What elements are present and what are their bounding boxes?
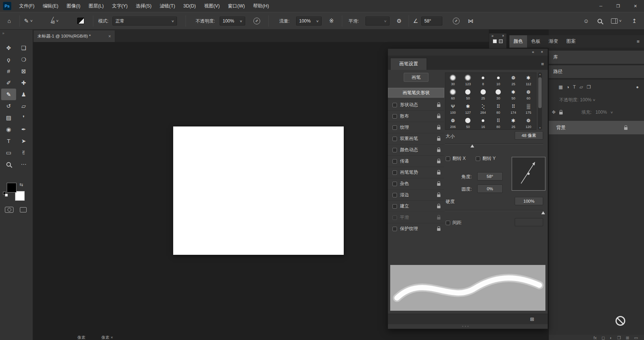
option-transfer-checkbox[interactable]	[392, 159, 397, 164]
roundness-field[interactable]: 0%	[477, 185, 503, 193]
option-noise[interactable]: 杂色	[388, 178, 444, 189]
option-protect-texture[interactable]: 保护纹理	[388, 223, 444, 234]
type-tool[interactable]: T	[1, 135, 16, 147]
brush-preset[interactable]: 30	[491, 87, 506, 101]
blend-mode-select[interactable]: 正常 ∨	[112, 17, 177, 26]
option-dual-brush[interactable]: 双重画笔	[388, 133, 444, 144]
filter-pixel-icon[interactable]: ▦	[559, 84, 563, 90]
scroll-down-icon[interactable]: ▼	[538, 127, 542, 129]
layer-fill-value[interactable]: 100%	[595, 110, 607, 115]
tab-color[interactable]: 颜色	[509, 35, 527, 48]
gradient-tool[interactable]: ▨	[1, 112, 16, 123]
option-build-up-checkbox[interactable]	[392, 204, 397, 209]
option-brush-pose-checkbox[interactable]	[392, 170, 397, 175]
layer-group-icon[interactable]: ❐	[617, 335, 621, 340]
screen-mode-button[interactable]	[20, 207, 27, 212]
layer-mask-icon[interactable]: ◻	[602, 335, 605, 340]
size-slider[interactable]	[445, 143, 543, 144]
spacing-field[interactable]	[515, 218, 543, 226]
move-tool[interactable]: ✥	[1, 42, 16, 54]
brush-preset[interactable]: 50	[460, 87, 475, 101]
flip-y-checkbox[interactable]	[476, 156, 480, 161]
minimize-button[interactable]: ─	[592, 0, 610, 12]
option-color-dynamics-lock-icon[interactable]	[437, 149, 440, 152]
option-dual-brush-lock-icon[interactable]	[437, 138, 440, 141]
filter-type-icon[interactable]: T	[573, 84, 576, 90]
history-brush-tool[interactable]: ↺	[1, 100, 16, 112]
option-transfer[interactable]: 传递	[388, 155, 444, 167]
brush-preset[interactable]: 16	[476, 116, 491, 130]
filter-adjustment-icon[interactable]: ◑	[566, 84, 569, 90]
close-icon[interactable]: ×	[108, 34, 111, 39]
new-brush-icon[interactable]: ⊞	[530, 316, 534, 322]
brush-settings-tab[interactable]: 画笔设置	[390, 58, 427, 70]
opacity-field[interactable]: 100% ∨	[220, 17, 245, 26]
brush-angle-preview[interactable]	[512, 157, 545, 191]
workspace-button[interactable]: ∨	[611, 12, 622, 29]
tool-preset-button[interactable]: ✎ ∨	[24, 12, 32, 29]
brush-preset[interactable]: 10	[491, 73, 506, 87]
option-smoothing-lock-icon[interactable]	[437, 217, 440, 220]
close-button[interactable]: ✕	[627, 0, 644, 12]
shape-tool[interactable]: ▭	[1, 147, 16, 158]
brush-preset[interactable]: ⠿80	[491, 101, 506, 116]
brush-preset[interactable]: ❁206	[445, 116, 460, 130]
account-button[interactable]: ☺	[583, 12, 589, 29]
option-texture-checkbox[interactable]	[392, 125, 397, 130]
brush-preset[interactable]: 30	[445, 73, 460, 87]
option-scattering-checkbox[interactable]	[392, 114, 397, 119]
menu-3d[interactable]: 3D(D)	[179, 0, 200, 12]
home-button[interactable]: ⌂	[7, 12, 11, 29]
option-shape-dynamics[interactable]: 形状动态	[388, 99, 444, 110]
panel-thumbnail-icon[interactable]	[493, 39, 497, 43]
paths-panel-header[interactable]: 路径	[549, 65, 644, 78]
delete-layer-icon[interactable]: ▭	[634, 335, 638, 340]
close-icon[interactable]: ×	[502, 34, 504, 38]
maximize-button[interactable]: ❐	[610, 0, 627, 12]
edit-toolbar-button[interactable]: ⋯	[16, 158, 31, 170]
hardness-slider-thumb[interactable]	[541, 211, 545, 214]
menu-edit[interactable]: 编辑(E)	[39, 0, 63, 12]
option-shape-dynamics-checkbox[interactable]	[392, 103, 397, 107]
panel-menu-icon[interactable]: ≡	[632, 39, 644, 44]
brush-size-picker[interactable]: ╱ 48 ∨	[51, 12, 58, 29]
brush-preset[interactable]: 50	[460, 116, 475, 130]
option-color-dynamics-checkbox[interactable]	[392, 148, 397, 152]
menu-select[interactable]: 选择(S)	[132, 0, 156, 12]
brush-preset[interactable]: ▒175	[521, 101, 536, 116]
zoom-tool[interactable]	[1, 158, 16, 170]
paint-symmetry-button[interactable]: ⋈	[468, 12, 473, 29]
menu-image[interactable]: 图像(I)	[63, 0, 85, 12]
frame-tool[interactable]: ⊠	[16, 65, 31, 77]
pen-tool[interactable]: ✒	[16, 123, 31, 135]
collapse-panel-icon[interactable]: «	[532, 50, 534, 54]
eyedropper-tool[interactable]: ✐	[1, 77, 16, 89]
option-scattering[interactable]: 散布	[388, 110, 444, 122]
document-tab[interactable]: 未标题-1 @ 100%(RGB/8) * ×	[34, 30, 115, 42]
scroll-up-icon[interactable]: ▲	[538, 73, 542, 75]
lasso-tool[interactable]: ϙ	[1, 54, 16, 65]
menu-window[interactable]: 窗口(W)	[224, 0, 249, 12]
menu-filter[interactable]: 滤镜(T)	[156, 0, 179, 12]
filter-toggle-icon[interactable]: ●	[636, 84, 639, 90]
swap-colors-button[interactable]: ⇆	[19, 182, 23, 187]
brush-preset[interactable]: ✱25	[506, 116, 521, 130]
angle-field[interactable]: 58°	[477, 172, 503, 181]
brush-preset[interactable]: 123	[460, 73, 475, 87]
option-brush-pose-lock-icon[interactable]	[437, 172, 440, 175]
menu-type[interactable]: 文字(Y)	[108, 0, 132, 12]
toggle-brush-settings-button[interactable]	[77, 12, 84, 29]
flip-x-checkbox[interactable]	[446, 156, 450, 161]
close-icon[interactable]: ×	[541, 50, 543, 54]
option-dual-brush-checkbox[interactable]	[392, 137, 397, 141]
brush-preset[interactable]: ✱112	[521, 73, 536, 87]
brush-preset[interactable]: ❁120	[521, 116, 536, 130]
brush-preset[interactable]: ❁60	[521, 87, 536, 101]
panel-menu-icon[interactable]: ≡	[541, 61, 544, 67]
filter-shape-icon[interactable]: ▱	[580, 84, 583, 90]
option-wet-edges-checkbox[interactable]	[392, 193, 397, 197]
menu-layer[interactable]: 图层(L)	[84, 0, 108, 12]
lock-position-icon[interactable]: ✥	[552, 110, 556, 115]
eraser-tool[interactable]: ▱	[16, 100, 31, 112]
option-smoothing-checkbox[interactable]	[392, 215, 397, 220]
